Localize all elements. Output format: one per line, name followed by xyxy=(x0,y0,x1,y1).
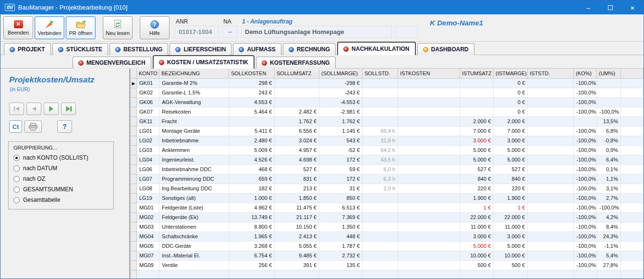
cell-iststd[interactable] xyxy=(528,174,574,184)
cell-iststd[interactable] xyxy=(528,193,574,203)
cell-istkosten[interactable] xyxy=(398,184,460,193)
cell-um_pct[interactable]: 0,9% xyxy=(597,145,621,155)
cell-istkosten[interactable] xyxy=(398,126,460,136)
neu-lesen-button[interactable]: Neu lesen xyxy=(103,16,133,39)
cell-um_pct[interactable]: 2,7% xyxy=(597,193,621,203)
table-row[interactable]: LG07Programmierung DDC659 €831 €172 €6,3… xyxy=(131,174,644,184)
cell-sollumsatz[interactable] xyxy=(275,88,319,97)
cell-istumsatz[interactable]: 11.000 € xyxy=(460,222,494,232)
cell-sollstd[interactable] xyxy=(363,107,398,116)
cell-sollstd[interactable] xyxy=(363,203,398,212)
table-row[interactable]: MG01Feldgeräte (Liste)4.962 €11.475 €6.5… xyxy=(131,203,644,212)
print-button[interactable] xyxy=(24,120,42,133)
cell-istkosten[interactable] xyxy=(398,78,460,88)
cell-iststd[interactable] xyxy=(528,164,574,174)
cell-bezeichnung[interactable]: DDC-Geräte xyxy=(159,241,229,251)
cell-istkosten[interactable] xyxy=(398,203,460,212)
cell-konto[interactable]: GK11 xyxy=(137,116,159,126)
cell-istmarge[interactable]: 22.000 € xyxy=(494,212,528,222)
cell-istmarge[interactable]: 10.000 € xyxy=(494,251,528,260)
tab-kostenerfassung[interactable]: KOSTENERFASSUNG xyxy=(256,57,336,69)
column-header-bezeichnung[interactable]: BEZEICHNUNG xyxy=(159,69,229,78)
cell-istumsatz[interactable] xyxy=(460,78,494,88)
cell-um_pct[interactable] xyxy=(597,88,621,97)
row-selector[interactable] xyxy=(131,145,137,155)
cell-sollkosten[interactable]: 2.480 € xyxy=(229,136,275,145)
column-header-istumsatz[interactable]: ISTUMSATZ xyxy=(460,69,494,78)
radio-nach-datum[interactable]: nach DATUM xyxy=(13,165,109,172)
cell-sollumsatz[interactable]: 2.413 € xyxy=(275,232,319,241)
cell-sollmarge[interactable]: 172 € xyxy=(319,174,363,184)
cell-ko_pct[interactable]: -100,0% xyxy=(574,164,597,174)
tab-kosten-umsatzstatistik[interactable]: KOSTEN / UMSATZSTATISTIK xyxy=(153,55,255,69)
cell-bezeichnung[interactable]: Garantie-M 2% xyxy=(159,78,229,88)
cell-istkosten[interactable] xyxy=(398,116,460,126)
cell-istmarge[interactable]: 0 € xyxy=(494,97,528,107)
cell-sollkosten[interactable]: 5.411 € xyxy=(229,126,275,136)
cell-istkosten[interactable] xyxy=(398,174,460,184)
cell-iststd[interactable] xyxy=(528,136,574,145)
cell-sollumsatz[interactable]: 1.850 € xyxy=(275,193,319,203)
row-selector[interactable] xyxy=(131,222,137,232)
tab-nachkalkulation[interactable]: NACHKALKULATION xyxy=(337,42,415,55)
cell-iststd[interactable] xyxy=(528,241,574,251)
cell-bezeichnung[interactable]: Ventile xyxy=(159,260,229,270)
cell-sollumsatz[interactable] xyxy=(275,97,319,107)
cell-sollumsatz[interactable] xyxy=(275,78,319,88)
cell-istmarge[interactable]: 0 € xyxy=(494,78,528,88)
table-row[interactable]: MG04Schaltschränke1.965 €2.413 €448 €3.0… xyxy=(131,232,644,241)
column-header-sollkosten[interactable]: SOLLKOSTEN xyxy=(229,69,275,78)
row-selector[interactable] xyxy=(131,270,137,279)
cell-ko_pct[interactable]: -100,0% xyxy=(574,241,597,251)
cell-sollmarge[interactable]: 1.350 € xyxy=(319,222,363,232)
radio-button-icon[interactable] xyxy=(13,155,20,161)
column-header-sollstd[interactable]: SOLLSTD. xyxy=(363,69,398,78)
cell-istkosten[interactable] xyxy=(398,88,460,97)
minimize-button[interactable] xyxy=(577,0,599,14)
cell-istumsatz[interactable]: 3.000 € xyxy=(460,232,494,241)
cell-sollstd[interactable]: 31,8 h xyxy=(363,136,398,145)
cell-ko_pct[interactable]: -100,0% xyxy=(574,174,597,184)
table-row[interactable]: MG07Inst.-Material El.6.754 €9.485 €2.73… xyxy=(131,251,644,260)
cell-sollumsatz[interactable]: 9.485 € xyxy=(275,251,319,260)
cell-sollumsatz[interactable]: 5.055 € xyxy=(275,241,319,251)
cell-bezeichnung[interactable]: Unterstationen xyxy=(159,222,229,232)
cell-ko_pct[interactable]: -100,0% xyxy=(574,107,597,116)
tab-stückliste[interactable]: STÜCKLISTE xyxy=(52,43,108,55)
cell-istumsatz[interactable]: 7.000 € xyxy=(460,126,494,136)
cell-bezeichnung[interactable]: Sonstiges (alt) xyxy=(159,193,229,203)
cell-konto[interactable]: MG09 xyxy=(137,260,159,270)
cell-sollumsatz[interactable]: 391 € xyxy=(275,260,319,270)
cell-konto[interactable]: LG06 xyxy=(137,164,159,174)
cell-um_pct[interactable]: 1,1% xyxy=(597,174,621,184)
previous-record-button[interactable] xyxy=(26,103,41,115)
cell-sollmarge[interactable]: -298 € xyxy=(319,78,363,88)
cell-sollkosten[interactable]: 4.526 € xyxy=(229,155,275,164)
table-row[interactable]: GK01Garantie-M 2%298 €-298 €0 €-100,0% xyxy=(131,78,644,88)
cell-sollkosten[interactable]: 243 € xyxy=(229,88,275,97)
close-button[interactable] xyxy=(621,0,644,14)
column-header-iststd[interactable]: ISTSTD. xyxy=(528,69,574,78)
radio-button-icon[interactable] xyxy=(13,186,20,193)
extra-field[interactable] xyxy=(395,26,417,38)
cell-sollmarge[interactable]: 1.762 € xyxy=(319,116,363,126)
cell-istmarge[interactable]: 5.000 € xyxy=(494,145,528,155)
cell-istmarge[interactable]: 527 € xyxy=(494,164,528,174)
cell-ko_pct[interactable]: -100,0% xyxy=(574,232,597,241)
cell-sollumsatz[interactable]: 10.150 € xyxy=(275,222,319,232)
cell-ko_pct[interactable]: -100,0% xyxy=(574,136,597,145)
cell-sollmarge[interactable]: 59 € xyxy=(319,164,363,174)
cell-sollstd[interactable] xyxy=(363,212,398,222)
cell-istmarge[interactable]: 220 € xyxy=(494,184,528,193)
cell-istkosten[interactable] xyxy=(398,251,460,260)
table-row[interactable]: MG09Ventile256 €391 €135 €500 €500 €-100… xyxy=(131,260,644,270)
table-row[interactable]: GK02Garantie-L 1,5%243 €-243 €0 €-100,0% xyxy=(131,88,644,97)
cell-sollmarge[interactable]: 850 € xyxy=(319,193,363,203)
cell-sollumsatz[interactable]: 3.024 € xyxy=(275,136,319,145)
table-row[interactable]: LG01Montage Geräte5.411 €6.556 €1.145 €6… xyxy=(131,126,644,136)
cell-ko_pct[interactable]: -100,0% xyxy=(574,193,597,203)
cell-sollstd[interactable]: 43,5 h xyxy=(363,155,398,164)
cell-sollmarge[interactable]: 135 € xyxy=(319,260,363,270)
cell-sollstd[interactable] xyxy=(363,232,398,241)
cell-istkosten[interactable] xyxy=(398,241,460,251)
